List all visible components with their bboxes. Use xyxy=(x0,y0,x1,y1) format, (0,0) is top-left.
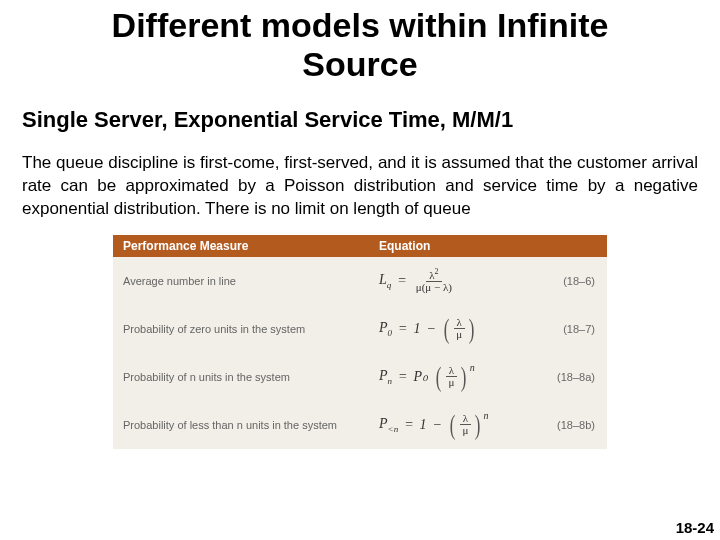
equals-icon: = xyxy=(397,273,406,289)
equation-ref: (18–6) xyxy=(523,275,607,287)
paren-group: ( λ μ ) xyxy=(442,317,477,340)
table-row: Probability of n units in the system Pn … xyxy=(113,353,607,401)
fraction: λ2 μ(μ − λ) xyxy=(413,268,455,293)
measure-label: Probability of less than n units in the … xyxy=(113,419,373,431)
symbol-lq: Lq xyxy=(379,272,391,290)
table-row: Average number in line Lq = λ2 μ(μ − λ) … xyxy=(113,257,607,305)
table-row: Probability of less than n units in the … xyxy=(113,401,607,449)
symbol-p0-ref: P₀ xyxy=(414,368,429,385)
paren-group: ( λ μ ) n xyxy=(448,413,489,436)
measure-label: Average number in line xyxy=(113,275,373,287)
equation-cell: P<n = 1 − ( λ μ ) n xyxy=(373,413,523,436)
exponent-n: n xyxy=(484,410,489,421)
page-number: 18-24 xyxy=(676,519,714,536)
equation-cell: Lq = λ2 μ(μ − λ) xyxy=(373,268,523,293)
one: 1 xyxy=(420,417,427,433)
body-paragraph: The queue discipline is first-come, firs… xyxy=(0,140,720,231)
page-title: Different models within Infinite Source xyxy=(0,0,720,88)
exponent-n: n xyxy=(470,362,475,373)
lparen-icon: ( xyxy=(436,367,442,387)
minus-icon: − xyxy=(427,321,436,337)
fraction: λ μ xyxy=(445,365,457,388)
symbol-p0: P0 xyxy=(379,320,392,338)
measure-label: Probability of zero units in the system xyxy=(113,323,373,335)
minus-icon: − xyxy=(433,417,442,433)
one: 1 xyxy=(414,321,421,337)
rparen-icon: ) xyxy=(461,367,467,387)
equation-table: Performance Measure Equation Average num… xyxy=(113,235,607,449)
equation-cell: Pn = P₀ ( λ μ ) n xyxy=(373,365,523,388)
equation-ref: (18–8b) xyxy=(523,419,607,431)
rparen-icon: ) xyxy=(475,415,481,435)
table-header: Performance Measure Equation xyxy=(113,235,607,257)
rparen-icon: ) xyxy=(469,319,475,339)
equation-ref: (18–8a) xyxy=(523,371,607,383)
header-equation: Equation xyxy=(373,239,523,253)
measure-label: Probability of n units in the system xyxy=(113,371,373,383)
equals-icon: = xyxy=(398,369,407,385)
equation-ref: (18–7) xyxy=(523,323,607,335)
lparen-icon: ( xyxy=(450,415,456,435)
table-row: Probability of zero units in the system … xyxy=(113,305,607,353)
equals-icon: = xyxy=(404,417,413,433)
section-subtitle: Single Server, Exponential Service Time,… xyxy=(0,88,720,140)
symbol-pltn: P<n xyxy=(379,416,398,434)
fraction: λ μ xyxy=(459,413,471,436)
symbol-pn: Pn xyxy=(379,368,392,386)
lparen-icon: ( xyxy=(444,319,450,339)
fraction: λ μ xyxy=(453,317,465,340)
paren-group: ( λ μ ) n xyxy=(434,365,475,388)
equals-icon: = xyxy=(398,321,407,337)
header-measure: Performance Measure xyxy=(113,239,373,253)
equation-cell: P0 = 1 − ( λ μ ) xyxy=(373,317,523,340)
